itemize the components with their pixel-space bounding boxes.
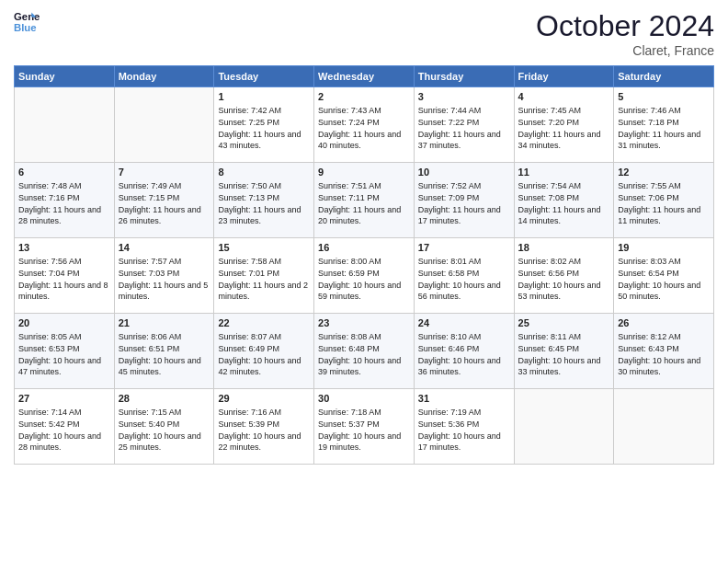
sunset-text: Sunset: 7:18 PM bbox=[618, 118, 679, 127]
sunrise-text: Sunrise: 7:44 AM bbox=[418, 106, 482, 115]
sunrise-text: Sunrise: 7:58 AM bbox=[218, 257, 281, 266]
sunset-text: Sunset: 7:08 PM bbox=[518, 193, 580, 202]
calendar-week-5: 27Sunrise: 7:14 AMSunset: 5:42 PMDayligh… bbox=[15, 389, 714, 465]
sunset-text: Sunset: 6:45 PM bbox=[518, 344, 580, 353]
day-number: 16 bbox=[318, 241, 410, 255]
daylight-text: Daylight: 11 hours and 8 minutes. bbox=[18, 281, 108, 302]
calendar-cell: 10Sunrise: 7:52 AMSunset: 7:09 PMDayligh… bbox=[414, 163, 514, 238]
calendar-week-4: 20Sunrise: 8:05 AMSunset: 6:53 PMDayligh… bbox=[15, 314, 714, 389]
calendar-week-1: 1Sunrise: 7:42 AMSunset: 7:25 PMDaylight… bbox=[15, 87, 714, 163]
day-number: 7 bbox=[119, 166, 210, 179]
calendar-cell: 30Sunrise: 7:18 AMSunset: 5:37 PMDayligh… bbox=[314, 389, 415, 465]
calendar-cell: 5Sunrise: 7:46 AMSunset: 7:18 PMDaylight… bbox=[614, 87, 714, 163]
sunrise-text: Sunrise: 7:51 AM bbox=[318, 181, 381, 190]
daylight-text: Daylight: 10 hours and 22 minutes. bbox=[218, 431, 301, 453]
calendar-cell bbox=[114, 87, 214, 163]
calendar-cell: 8Sunrise: 7:50 AMSunset: 7:13 PMDaylight… bbox=[214, 163, 314, 238]
page-header: General Blue October 2024 Claret, France bbox=[14, 9, 714, 58]
sunrise-text: Sunrise: 7:55 AM bbox=[618, 181, 681, 190]
calendar-page: General Blue October 2024 Claret, France… bbox=[0, 0, 728, 563]
sunset-text: Sunset: 7:06 PM bbox=[618, 193, 679, 202]
sunrise-text: Sunrise: 8:05 AM bbox=[18, 332, 82, 341]
sunrise-text: Sunrise: 8:11 AM bbox=[518, 332, 582, 341]
day-number: 23 bbox=[318, 316, 410, 330]
sunrise-text: Sunrise: 7:54 AM bbox=[518, 181, 582, 190]
sunset-text: Sunset: 5:42 PM bbox=[18, 419, 80, 429]
day-number: 13 bbox=[18, 241, 110, 255]
day-number: 3 bbox=[418, 90, 510, 104]
calendar-cell: 11Sunrise: 7:54 AMSunset: 7:08 PMDayligh… bbox=[514, 163, 614, 238]
daylight-text: Daylight: 10 hours and 56 minutes. bbox=[418, 281, 501, 302]
sunrise-text: Sunrise: 7:45 AM bbox=[518, 106, 582, 115]
sunrise-text: Sunrise: 7:19 AM bbox=[418, 408, 482, 417]
daylight-text: Daylight: 10 hours and 17 minutes. bbox=[418, 431, 501, 453]
calendar-cell: 2Sunrise: 7:43 AMSunset: 7:24 PMDaylight… bbox=[314, 87, 415, 163]
daylight-text: Daylight: 10 hours and 19 minutes. bbox=[318, 431, 401, 453]
sunrise-text: Sunrise: 7:18 AM bbox=[318, 408, 381, 417]
day-number: 30 bbox=[318, 392, 410, 406]
day-number: 27 bbox=[18, 392, 110, 406]
daylight-text: Daylight: 11 hours and 31 minutes. bbox=[618, 130, 700, 151]
daylight-text: Daylight: 11 hours and 11 minutes. bbox=[618, 205, 700, 226]
sunset-text: Sunset: 7:15 PM bbox=[119, 193, 180, 202]
sunset-text: Sunset: 6:54 PM bbox=[618, 269, 679, 278]
calendar-cell: 26Sunrise: 8:12 AMSunset: 6:43 PMDayligh… bbox=[614, 314, 714, 389]
calendar-cell: 24Sunrise: 8:10 AMSunset: 6:46 PMDayligh… bbox=[414, 314, 514, 389]
daylight-text: Daylight: 10 hours and 47 minutes. bbox=[18, 356, 101, 377]
calendar-cell: 19Sunrise: 8:03 AMSunset: 6:54 PMDayligh… bbox=[614, 238, 714, 314]
daylight-text: Daylight: 11 hours and 2 minutes. bbox=[218, 281, 308, 302]
calendar-cell: 3Sunrise: 7:44 AMSunset: 7:22 PMDaylight… bbox=[414, 87, 514, 163]
daylight-text: Daylight: 10 hours and 50 minutes. bbox=[618, 281, 700, 302]
title-block: October 2024 Claret, France bbox=[536, 9, 714, 58]
daylight-text: Daylight: 11 hours and 5 minutes. bbox=[119, 281, 209, 302]
calendar-cell bbox=[614, 389, 714, 465]
sunset-text: Sunset: 6:58 PM bbox=[418, 269, 480, 278]
calendar-cell: 31Sunrise: 7:19 AMSunset: 5:36 PMDayligh… bbox=[414, 389, 514, 465]
daylight-text: Daylight: 11 hours and 17 minutes. bbox=[418, 205, 501, 226]
daylight-text: Daylight: 10 hours and 53 minutes. bbox=[518, 281, 601, 302]
sunrise-text: Sunrise: 7:42 AM bbox=[218, 106, 281, 115]
col-sunday: Sunday bbox=[15, 66, 115, 87]
daylight-text: Daylight: 10 hours and 36 minutes. bbox=[418, 356, 501, 377]
day-number: 17 bbox=[418, 241, 510, 255]
sunrise-text: Sunrise: 7:16 AM bbox=[218, 408, 281, 417]
day-number: 8 bbox=[218, 166, 310, 179]
day-number: 28 bbox=[119, 392, 210, 406]
daylight-text: Daylight: 10 hours and 28 minutes. bbox=[18, 431, 101, 453]
daylight-text: Daylight: 11 hours and 23 minutes. bbox=[218, 205, 301, 226]
daylight-text: Daylight: 11 hours and 26 minutes. bbox=[119, 205, 201, 226]
sunrise-text: Sunrise: 7:50 AM bbox=[218, 181, 281, 190]
day-number: 29 bbox=[218, 392, 310, 406]
day-number: 18 bbox=[518, 241, 610, 255]
sunset-text: Sunset: 6:51 PM bbox=[119, 344, 180, 353]
calendar-table: Sunday Monday Tuesday Wednesday Thursday… bbox=[14, 65, 714, 465]
calendar-week-2: 6Sunrise: 7:48 AMSunset: 7:16 PMDaylight… bbox=[15, 163, 714, 238]
logo: General Blue bbox=[14, 9, 40, 35]
svg-text:Blue: Blue bbox=[14, 22, 37, 33]
month-title: October 2024 bbox=[536, 9, 714, 43]
sunrise-text: Sunrise: 7:56 AM bbox=[18, 257, 82, 266]
sunrise-text: Sunrise: 8:06 AM bbox=[119, 332, 182, 341]
sunset-text: Sunset: 6:43 PM bbox=[618, 344, 679, 353]
calendar-cell: 12Sunrise: 7:55 AMSunset: 7:06 PMDayligh… bbox=[614, 163, 714, 238]
daylight-text: Daylight: 10 hours and 59 minutes. bbox=[318, 281, 401, 302]
day-number: 25 bbox=[518, 316, 610, 330]
sunset-text: Sunset: 7:13 PM bbox=[218, 193, 279, 202]
sunrise-text: Sunrise: 8:10 AM bbox=[418, 332, 482, 341]
sunrise-text: Sunrise: 8:07 AM bbox=[218, 332, 281, 341]
calendar-cell: 14Sunrise: 7:57 AMSunset: 7:03 PMDayligh… bbox=[114, 238, 214, 314]
daylight-text: Daylight: 11 hours and 34 minutes. bbox=[518, 130, 601, 151]
sunset-text: Sunset: 6:46 PM bbox=[418, 344, 480, 353]
col-monday: Monday bbox=[114, 66, 214, 87]
calendar-cell: 18Sunrise: 8:02 AMSunset: 6:56 PMDayligh… bbox=[514, 238, 614, 314]
header-row: Sunday Monday Tuesday Wednesday Thursday… bbox=[15, 66, 714, 87]
sunset-text: Sunset: 6:53 PM bbox=[18, 344, 80, 353]
sunrise-text: Sunrise: 7:14 AM bbox=[18, 408, 82, 417]
calendar-cell: 4Sunrise: 7:45 AMSunset: 7:20 PMDaylight… bbox=[514, 87, 614, 163]
daylight-text: Daylight: 10 hours and 25 minutes. bbox=[119, 431, 201, 453]
sunset-text: Sunset: 6:49 PM bbox=[218, 344, 279, 353]
sunset-text: Sunset: 7:01 PM bbox=[218, 269, 279, 278]
day-number: 11 bbox=[518, 166, 610, 179]
day-number: 21 bbox=[119, 316, 210, 330]
sunrise-text: Sunrise: 8:01 AM bbox=[418, 257, 482, 266]
